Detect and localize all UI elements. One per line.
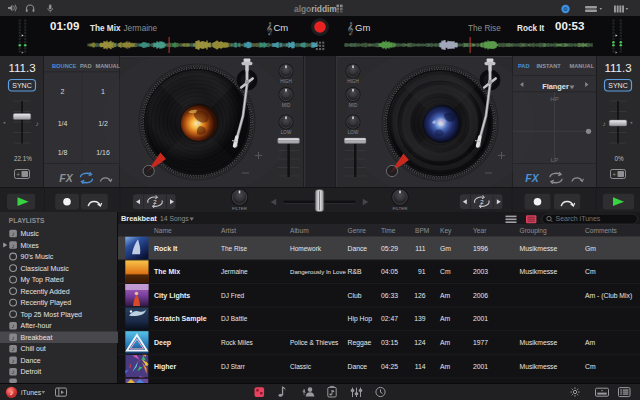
svg-text:114: 114 <box>415 363 426 370</box>
svg-text:Jermaine: Jermaine <box>221 268 248 275</box>
svg-text:Am: Am <box>585 339 596 346</box>
svg-text:SYNC: SYNC <box>12 82 31 89</box>
svg-text:2003: 2003 <box>473 268 488 275</box>
svg-text:Higher: Higher <box>154 363 176 371</box>
svg-text:2001: 2001 <box>473 363 488 370</box>
svg-text:Name: Name <box>154 227 172 234</box>
svg-text:Time: Time <box>381 227 396 234</box>
svg-text:1996: 1996 <box>473 245 488 252</box>
svg-text:The Mix: The Mix <box>154 268 180 275</box>
svg-text:Dangerously In Love: Dangerously In Love <box>290 268 347 275</box>
svg-text:Musikmesse: Musikmesse <box>520 339 558 346</box>
svg-text:MID: MID <box>282 103 291 108</box>
svg-text:⚙: ⚙ <box>563 6 568 12</box>
svg-text:Cm: Cm <box>274 22 289 33</box>
svg-text:Key: Key <box>440 227 452 235</box>
svg-text:MANUAL: MANUAL <box>570 63 595 69</box>
svg-text:FILTER: FILTER <box>232 206 247 211</box>
svg-text:DJ Battle: DJ Battle <box>221 315 248 322</box>
svg-text:Am: Am <box>440 292 451 299</box>
svg-text:1/8: 1/8 <box>58 149 68 156</box>
svg-text:124: 124 <box>414 339 426 346</box>
svg-text:02:47: 02:47 <box>381 315 398 322</box>
svg-text:The Rise: The Rise <box>221 245 247 252</box>
svg-text:INSTANT: INSTANT <box>537 63 562 69</box>
svg-text:Gm: Gm <box>355 22 370 33</box>
svg-text:City Lights: City Lights <box>154 292 190 300</box>
svg-text:Homework: Homework <box>290 245 322 252</box>
svg-text:Cm: Cm <box>585 363 596 370</box>
svg-text:111: 111 <box>415 245 426 252</box>
svg-text:algoriddim: algoriddim <box>294 4 337 14</box>
svg-text:Am: Am <box>440 339 451 346</box>
svg-text:Year: Year <box>473 227 487 234</box>
svg-text:+: + <box>612 171 616 178</box>
svg-text:Album: Album <box>290 227 309 234</box>
svg-text:Musikmesse: Musikmesse <box>520 363 558 370</box>
svg-text:Comments: Comments <box>585 227 618 234</box>
svg-text:FILTER: FILTER <box>393 206 408 211</box>
svg-text:14 Songs: 14 Songs <box>160 215 189 223</box>
svg-text:1/16: 1/16 <box>96 149 110 156</box>
svg-text:𝄞: 𝄞 <box>266 22 273 36</box>
svg-text:Musikmesse: Musikmesse <box>520 268 558 275</box>
svg-text:Reggae: Reggae <box>348 339 372 347</box>
svg-text:Gm: Gm <box>440 245 451 252</box>
svg-text:DJ Starr: DJ Starr <box>221 363 246 370</box>
svg-text:LOW: LOW <box>281 130 292 135</box>
svg-text:PAD: PAD <box>518 63 530 69</box>
svg-text:DJ Fred: DJ Fred <box>221 292 245 299</box>
svg-text:Am: Am <box>440 315 451 322</box>
svg-text:Dance: Dance <box>348 245 368 252</box>
svg-text:FX: FX <box>525 172 539 184</box>
svg-text:2006: 2006 <box>473 292 488 299</box>
svg-text:Breakbeat: Breakbeat <box>121 214 157 223</box>
svg-text:Deep: Deep <box>154 339 171 347</box>
svg-text:Am - (Club Mix): Am - (Club Mix) <box>585 292 632 300</box>
svg-text:111.3: 111.3 <box>8 62 35 74</box>
svg-text:HP: HP <box>550 96 558 102</box>
svg-text:1/4: 1/4 <box>58 120 68 127</box>
svg-text:♪: ♪ <box>602 120 605 127</box>
svg-text:Cm: Cm <box>440 268 451 275</box>
svg-text:Rock It: Rock It <box>154 245 178 252</box>
svg-text:Club: Club <box>348 292 362 299</box>
svg-text:22.1%: 22.1% <box>14 155 32 162</box>
svg-text:Search iTunes: Search iTunes <box>556 215 601 222</box>
svg-text:iTunes: iTunes <box>21 389 42 396</box>
svg-text:The Mix: The Mix <box>90 24 121 33</box>
svg-text:Scratch Sample: Scratch Sample <box>154 315 207 323</box>
svg-text:2001: 2001 <box>473 315 488 322</box>
svg-text:03:15: 03:15 <box>381 339 398 346</box>
svg-text:Classic: Classic <box>290 363 312 370</box>
svg-text:1977: 1977 <box>473 339 488 346</box>
svg-text:+: + <box>16 171 20 178</box>
svg-text:HIGH: HIGH <box>280 79 291 84</box>
svg-text:Cm: Cm <box>585 268 596 275</box>
svg-text:Hip Hop: Hip Hop <box>348 315 373 323</box>
svg-text:1: 1 <box>101 88 105 95</box>
svg-text:04:25: 04:25 <box>381 363 398 370</box>
svg-text:SYNC: SYNC <box>608 82 627 89</box>
svg-text:Musikmesse: Musikmesse <box>520 245 558 252</box>
svg-text:PAD: PAD <box>80 63 92 69</box>
svg-text:Jermaine: Jermaine <box>124 24 158 33</box>
svg-text:126: 126 <box>414 292 426 299</box>
svg-text:04:05: 04:05 <box>381 268 398 275</box>
svg-text:01:09: 01:09 <box>50 20 79 32</box>
svg-text:1/2: 1/2 <box>98 120 108 127</box>
svg-text:Artist: Artist <box>221 227 236 234</box>
svg-text:R&B: R&B <box>348 268 362 275</box>
svg-text:Police & Thieves: Police & Thieves <box>290 339 339 346</box>
svg-text:BOUNCE: BOUNCE <box>52 63 77 69</box>
svg-text:BPM: BPM <box>415 227 429 234</box>
svg-text:Rock Miles: Rock Miles <box>221 339 254 346</box>
svg-text:06:33: 06:33 <box>381 292 398 299</box>
svg-text:Genre: Genre <box>348 227 367 234</box>
svg-text:Gm: Gm <box>585 245 596 252</box>
svg-text:Rock It: Rock It <box>517 24 545 33</box>
svg-text:MID: MID <box>349 103 358 108</box>
svg-text:HIGH: HIGH <box>347 79 358 84</box>
svg-text:LP: LP <box>551 157 558 163</box>
svg-text:♪: ♪ <box>35 120 38 127</box>
